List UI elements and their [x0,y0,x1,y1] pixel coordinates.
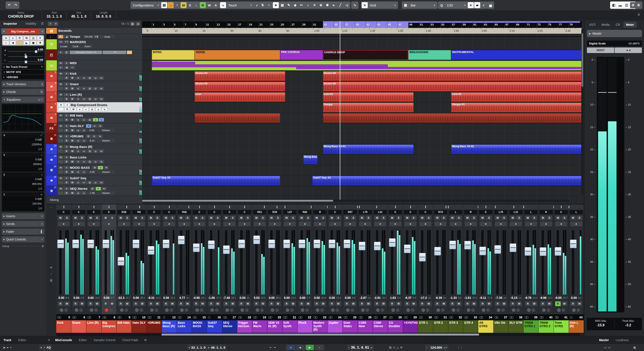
record-enable-button[interactable] [361,308,365,312]
peak-value[interactable]: -14.1 [547,296,552,299]
fader-value[interactable]: -9.39 [435,296,442,300]
write-automation-button[interactable]: W [154,302,160,306]
monitor-button[interactable] [154,308,158,312]
quantize-q-icon[interactable]: Q [438,2,444,8]
write-automation-button[interactable]: W [70,76,75,80]
mute-button[interactable]: m [3,36,9,40]
track-row-seconds[interactable]: ▤Seconds [46,28,142,34]
read-automation-button[interactable]: R [434,302,440,306]
write-automation-button[interactable]: W [70,128,75,132]
read-automation-button[interactable]: R [118,302,124,306]
tempo-curve-line[interactable] [142,36,582,37]
track-color-swatch[interactable]: FX10 [46,123,57,133]
fader-value[interactable]: 1.63 [390,296,396,300]
eq-band-1-gain[interactable]: 0.0dB [2,197,44,201]
solo-button[interactable]: S [230,216,236,220]
write-automation-button[interactable]: W [24,36,30,40]
record-checkbox[interactable] [58,107,64,111]
solo-button[interactable]: s [64,82,69,86]
mixer-strip-ooh-l-r[interactable]: LMSe0.00-6.2RW43Ooh L (R) [569,204,584,333]
mixer-strip-drums[interactable]: CMSe-8.31-10.2RW11>DRUMS [146,204,162,333]
close-icon[interactable]: ✕ [46,338,52,342]
solo-button[interactable]: S [109,216,115,220]
record-enable-button[interactable] [572,308,576,312]
peak-value[interactable]: -0.4 [396,296,400,299]
write-automation-button[interactable]: W [486,302,492,306]
solo-button[interactable]: S [456,216,462,220]
channel-name[interactable]: FM Warm [252,320,267,333]
delay-slider[interactable] [8,62,43,62]
right-locator-value[interactable]: 49. 1. 1. 0 [211,346,226,349]
edit-channel-button[interactable]: e [76,128,81,132]
channel-name[interactable]: Vibr Gtr [494,320,508,333]
record-enable-button[interactable] [165,308,169,312]
mute-button[interactable]: M [480,216,485,220]
mixer-strip-gtr-4[interactable]: RMSe-1.61-10.2RW33GTR 4 [463,204,478,333]
record-enable-button[interactable] [256,308,259,312]
channel-link-icon[interactable]: ∞ [83,107,89,111]
pan-control[interactable]: L76 [494,210,508,214]
track-row-kick[interactable]: ≋5msKickRWe∞⊡◇≒ [46,71,142,81]
edit-channel-button[interactable]: e [133,222,145,226]
midi-part[interactable] [296,67,582,69]
event-drums-05[interactable]: Drums-05 [194,82,285,92]
track-color-swatch[interactable]: ≣15 [46,165,57,175]
read-automation-button[interactable]: R [64,118,69,122]
mixer-strip-synths[interactable]: CMSe-6.37-6.9RW29>SYNTHS [403,204,418,333]
record-enable-button[interactable] [150,308,154,312]
arranger-item-select[interactable]: - ▾ [102,51,126,54]
peak-value[interactable]: -6.9 [412,296,416,299]
fader-handle[interactable] [163,240,169,248]
fader-value[interactable]: 0.00 [88,296,94,300]
channel-name[interactable]: Ooh L (R) [569,320,584,333]
track-color-swatch[interactable]: ▽ [46,39,57,50]
channel-name[interactable]: GTR 4 [463,320,478,333]
line-tool-icon[interactable]: ╱ [337,2,343,8]
cycle-button[interactable]: ⇄ [287,345,295,350]
horizontal-scrollbar[interactable] [142,200,569,202]
mute-button[interactable]: m [58,176,63,180]
pan-control[interactable]: L67 [283,210,296,214]
record-checkbox[interactable] [58,139,63,142]
edit-channel-button[interactable]: e [76,160,81,163]
mute-button[interactable]: M [390,216,395,220]
peak-value[interactable]: -13.1 [200,296,206,299]
fader-value[interactable]: -1.61 [464,296,471,300]
solo-button[interactable]: s [64,93,69,96]
record-enable-button[interactable]: ● [58,66,63,69]
fader-value[interactable]: -8.31 [148,296,154,300]
record-enable-button[interactable] [286,308,289,312]
track-row-markers[interactable]: ▽⊤+⊤⊤MARKERSLocateCycleZoom [46,39,142,50]
fader-value[interactable]: -1.33 [450,296,457,300]
fader-value[interactable]: 0.00 [345,296,350,300]
strip-handle[interactable] [569,204,584,210]
left-locator-value[interactable]: 33. 1. 1. 0 [191,346,206,349]
solo-button[interactable]: S [154,216,160,220]
edit-channel-icon[interactable]: e [40,28,45,34]
record-enable-button[interactable]: ● [3,40,9,45]
aes17-button[interactable]: AES17 [587,48,614,53]
read-automation-button[interactable]: R [555,302,561,306]
record-checkbox[interactable] [58,118,63,122]
record-enable-button[interactable] [527,308,531,312]
lock-icon[interactable]: ◣ [24,40,30,45]
track-row-midi[interactable]: ▭msMIDI●◀≡ [46,60,142,71]
read-automation-button[interactable]: R [64,107,70,111]
write-automation-button[interactable]: W [562,302,567,306]
mute-button[interactable]: M [495,216,500,220]
channel-name[interactable]: GTR 2 [433,320,448,333]
automation-diamond-icon[interactable]: ◇ [93,160,98,163]
event-808-hats[interactable] [194,113,280,123]
solo-button[interactable]: S [124,216,130,220]
edit-channel-button[interactable]: e [76,76,81,80]
edit-channel-button[interactable]: e [76,139,81,142]
mute-button[interactable]: M [329,216,335,220]
fader-handle[interactable] [525,247,531,256]
monitor-button[interactable] [140,308,143,312]
mixer-strip-cs-doubler[interactable]: CMSe1.63-0.4RW28CS Doubler [388,204,403,333]
fader-value[interactable]: 0.00 [269,296,274,300]
solo-button[interactable]: s [64,187,69,190]
channel-link-icon[interactable]: ∞ [81,87,86,90]
eq-band-type-icon[interactable]: ∩ [41,154,43,156]
edit-channel-button[interactable]: e [77,107,82,111]
